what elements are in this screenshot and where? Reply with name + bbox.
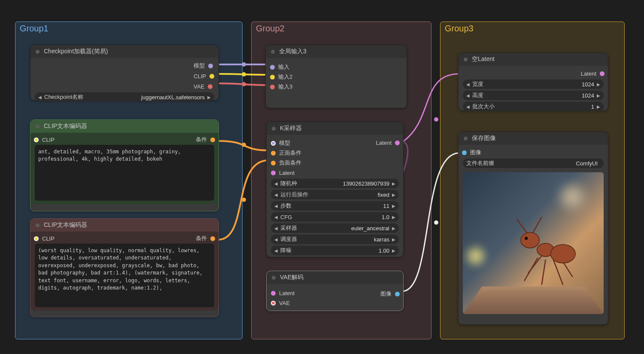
scheduler-widget[interactable]: ◀调度器karras▶: [271, 235, 399, 244]
node-empty-latent[interactable]: 空Latent Latent ◀宽度1024▶ ◀高度1024▶ ◀批次大小1▶: [458, 52, 608, 111]
node-title: 保存图像: [472, 134, 496, 142]
width-widget[interactable]: ◀宽度1024▶: [463, 79, 604, 89]
node-clip-text-encode-positive[interactable]: CLIP文本编码器 CLIP 条件 ant, detailed, macro, …: [30, 119, 219, 211]
svg-point-9: [551, 244, 576, 263]
seed-widget[interactable]: ◀随机种139026238907939▶: [271, 179, 399, 188]
node-vae-decode[interactable]: VAE解码 图像 Latent VAE: [266, 271, 404, 311]
node-ksampler[interactable]: K采样器 Latent 模型 正面条件 负面条件 Latent ◀随机种1390…: [266, 122, 404, 257]
output-conditioning[interactable]: 条件: [196, 135, 215, 144]
input-image[interactable]: 图像: [462, 148, 481, 157]
prompt-text[interactable]: (worst quality, low quality, normal qual…: [35, 244, 214, 307]
node-save-image[interactable]: 保存图像 图像 文件名前缀ComfyUI: [458, 131, 608, 325]
input-1[interactable]: 输入: [270, 63, 402, 71]
input-vae[interactable]: VAE: [271, 299, 399, 307]
height-widget[interactable]: ◀高度1024▶: [463, 91, 604, 100]
denoise-widget[interactable]: ◀降噪1.00▶: [271, 246, 399, 255]
input-latent[interactable]: Latent: [271, 289, 399, 297]
group-title: Group1: [20, 24, 49, 34]
input-latent[interactable]: Latent: [271, 168, 399, 177]
output-conditioning[interactable]: 条件: [196, 234, 215, 243]
node-title: CLIP文本编码器: [44, 122, 87, 130]
group-title: Group2: [256, 24, 285, 34]
output-latent[interactable]: Latent: [376, 138, 400, 147]
node-clip-text-encode-negative[interactable]: CLIP文本编码器 CLIP 条件 (worst quality, low qu…: [30, 218, 219, 317]
output-model[interactable]: 模型: [194, 61, 214, 70]
prompt-text[interactable]: ant, detailed, macro, 35mm photograph, g…: [35, 145, 214, 201]
svg-point-6: [434, 220, 438, 225]
node-title: 全局输入3: [279, 48, 307, 55]
input-3[interactable]: 输入3: [270, 82, 402, 91]
node-title: VAE解码: [280, 274, 304, 281]
svg-point-5: [434, 117, 438, 122]
svg-point-10: [525, 237, 528, 240]
group-title: Group3: [445, 24, 474, 34]
sampler-widget[interactable]: ◀采样器euler_ancestral▶: [271, 223, 399, 233]
node-global-input[interactable]: 全局输入3 输入 输入2 输入3: [265, 45, 407, 108]
batch-widget[interactable]: ◀批次大小1▶: [463, 102, 604, 111]
input-negative[interactable]: 负面条件: [271, 159, 399, 167]
chevron-left-icon: ◀: [38, 95, 42, 100]
steps-widget[interactable]: ◀步数11▶: [271, 201, 399, 211]
chevron-right-icon: ▶: [207, 95, 211, 100]
node-title: Checkpoint加载器(简易): [44, 48, 108, 55]
output-preview-image[interactable]: [463, 172, 604, 314]
output-latent[interactable]: Latent: [581, 69, 605, 78]
input-clip[interactable]: CLIP: [34, 234, 55, 243]
ant-icon: [505, 215, 582, 293]
filename-prefix-widget[interactable]: 文件名前缀ComfyUI: [463, 159, 604, 168]
input-2[interactable]: 输入2: [270, 73, 402, 81]
node-title: K采样器: [280, 125, 302, 132]
cfg-widget[interactable]: ◀CFG1.0▶: [271, 212, 399, 222]
svg-point-7: [521, 232, 539, 248]
node-title: CLIP文本编码器: [44, 221, 87, 229]
node-checkpoint-loader[interactable]: Checkpoint加载器(简易) 模型 CLIP VAE ◀ Checkpoi…: [30, 45, 219, 101]
output-vae[interactable]: VAE: [194, 82, 214, 91]
node-title: 空Latent: [472, 55, 495, 63]
output-image[interactable]: 图像: [380, 290, 400, 298]
input-positive[interactable]: 正面条件: [271, 149, 399, 157]
control-after-widget[interactable]: ◀运行后操作fixed▶: [271, 190, 399, 199]
checkpoint-name-widget[interactable]: ◀ Checkpoint名称 juggernautXL.safetensors …: [35, 92, 214, 102]
output-clip[interactable]: CLIP: [194, 72, 214, 80]
input-clip[interactable]: CLIP: [34, 135, 55, 144]
